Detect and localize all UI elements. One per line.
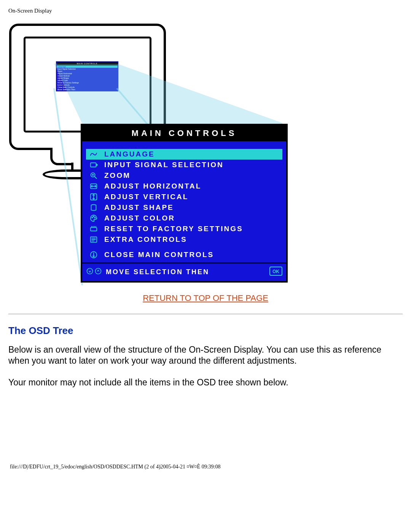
mini-osd-footer: Move Selection Then xyxy=(57,88,118,91)
svg-point-14 xyxy=(96,268,101,274)
adjust-color-icon xyxy=(88,214,100,222)
osd-item-label: Adjust Color xyxy=(104,214,175,222)
close-icon xyxy=(88,251,100,259)
body-paragraph: Your monitor may not include all the ite… xyxy=(8,377,403,388)
svg-point-13 xyxy=(87,268,93,274)
mini-osd-panel: MAIN CONTROLS Language Input Signal Sele… xyxy=(56,61,118,91)
monitor-screen: MAIN CONTROLS Language Input Signal Sele… xyxy=(24,37,151,133)
input-icon xyxy=(88,161,100,169)
osd-item-label: Reset to Factory Settings xyxy=(104,225,243,233)
reset-icon xyxy=(88,225,100,233)
osd-figure: MAIN CONTROLS Language Input Signal Sele… xyxy=(8,18,282,286)
osd-item-adjust-horizontal[interactable]: Adjust Horizontal xyxy=(86,181,282,192)
return-to-top-link[interactable]: RETURN TO TOP OF THE PAGE xyxy=(8,293,403,303)
footer-file-path: file:///D|/EDFU/crt_19_5/edoc/english/OS… xyxy=(8,464,403,470)
osd-item-label: Adjust Shape xyxy=(104,203,174,212)
svg-point-8 xyxy=(93,216,94,217)
body-paragraph: Below is an overall view of the structur… xyxy=(8,344,403,366)
osd-item-input-signal[interactable]: Input Signal Selection xyxy=(86,160,282,170)
osd-item-label: Adjust Horizontal xyxy=(104,182,201,190)
osd-panel: MAIN CONTROLS Language Input Signal Sele… xyxy=(81,124,288,283)
osd-item-label: Close Main Controls xyxy=(104,251,214,259)
osd-item-extra-controls[interactable]: Extra Controls xyxy=(86,234,282,245)
adjust-h-icon xyxy=(88,182,100,190)
osd-title: MAIN CONTROLS xyxy=(82,125,286,141)
page-header-label: On-Screen Display xyxy=(8,8,403,14)
zoom-icon xyxy=(88,171,100,180)
adjust-v-icon xyxy=(88,193,100,201)
osd-item-label: Adjust Vertical xyxy=(104,193,188,201)
osd-item-reset-factory[interactable]: Reset to Factory Settings xyxy=(86,224,282,234)
osd-footer: Move Selection Then OK xyxy=(82,262,286,281)
svg-text:OK: OK xyxy=(272,269,279,274)
osd-item-close[interactable]: Close Main Controls xyxy=(86,249,282,260)
section-heading-osd-tree: The OSD Tree xyxy=(8,325,403,337)
osd-item-label: Extra Controls xyxy=(104,235,187,244)
extra-icon xyxy=(88,235,100,244)
ok-icon: OK xyxy=(269,267,282,277)
osd-item-adjust-vertical[interactable]: Adjust Vertical xyxy=(86,192,282,202)
adjust-shape-icon xyxy=(88,203,100,212)
language-icon xyxy=(88,150,100,158)
osd-item-zoom[interactable]: Zoom xyxy=(86,170,282,181)
osd-item-label: Input Signal Selection xyxy=(104,161,224,169)
divider xyxy=(8,314,403,314)
osd-footer-label: Move Selection Then xyxy=(106,268,209,276)
osd-item-label: Zoom xyxy=(104,171,131,180)
svg-point-7 xyxy=(92,217,92,218)
osd-item-adjust-color[interactable]: Adjust Color xyxy=(86,213,282,224)
svg-point-9 xyxy=(95,217,96,218)
up-arrow-icon xyxy=(94,267,102,276)
svg-rect-3 xyxy=(91,163,96,167)
down-arrow-icon xyxy=(86,267,94,276)
osd-item-label: Language xyxy=(104,150,155,158)
osd-item-adjust-shape[interactable]: Adjust Shape xyxy=(86,202,282,213)
mini-osd-title: MAIN CONTROLS xyxy=(57,62,118,65)
svg-rect-10 xyxy=(91,227,97,231)
osd-item-language[interactable]: Language xyxy=(86,149,282,160)
